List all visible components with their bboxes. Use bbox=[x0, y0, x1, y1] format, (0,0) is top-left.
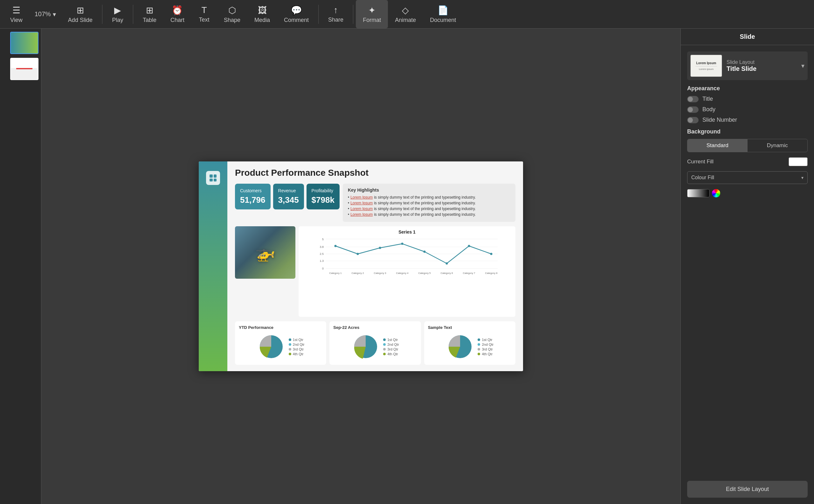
pie-section-ytd: YTD Performance 1st bbox=[235, 321, 326, 365]
pie-chart-row-sample: 1st Qtr 2nd Qtr 3rd Qtr bbox=[446, 332, 494, 361]
bg-standard-button[interactable]: Standard bbox=[688, 139, 748, 152]
comment-button[interactable]: 💬 Comment bbox=[277, 0, 316, 28]
legend-label-1st-sample: 1st Qtr bbox=[482, 338, 492, 342]
view-button[interactable]: ☰ View bbox=[3, 0, 30, 28]
color-picker-row bbox=[687, 189, 808, 197]
legend-label-2nd-sample: 2nd Qtr bbox=[482, 343, 494, 346]
legend-dot-1 bbox=[289, 338, 291, 341]
legend-label-1st-sep22: 1st Qtr bbox=[387, 338, 398, 342]
share-button[interactable]: ↑ Share bbox=[321, 0, 350, 28]
zoom-control[interactable]: 107% ▾ bbox=[30, 10, 61, 18]
legend-dot-sample-2 bbox=[478, 343, 480, 346]
toolbar-separator-4 bbox=[353, 5, 353, 24]
legend-dot-sample-1 bbox=[478, 338, 480, 341]
highlight-link-1: Lorem Ipsum bbox=[350, 195, 373, 200]
pie-chart-row-ytd: 1st Qtr 2nd Qtr 3rd Qtr bbox=[257, 332, 304, 361]
slides-panel: 1 2 bbox=[0, 29, 41, 504]
text-button[interactable]: T Text bbox=[191, 0, 217, 28]
slide-thumb-line-2 bbox=[16, 68, 32, 69]
pie-section-title-ytd: YTD Performance bbox=[239, 325, 273, 330]
legend-dot-sep22-2 bbox=[383, 343, 386, 346]
svg-point-17 bbox=[490, 253, 493, 255]
appearance-item-slide-number: Slide Number bbox=[687, 117, 808, 123]
text-label: Text bbox=[199, 17, 209, 23]
share-icon: ↑ bbox=[333, 5, 338, 15]
edit-slide-layout-button[interactable]: Edit Slide Layout bbox=[687, 481, 808, 498]
svg-point-16 bbox=[468, 245, 470, 247]
add-slide-label: Add Slide bbox=[68, 17, 92, 24]
media-button[interactable]: 🖼 Media bbox=[247, 0, 277, 28]
kpi-label-customers: Customers bbox=[240, 188, 265, 193]
toolbar: ☰ View 107% ▾ ⊞ Add Slide ▶ Play ⊞ Table… bbox=[0, 0, 814, 29]
svg-text:Category 3: Category 3 bbox=[373, 272, 386, 275]
text-icon: T bbox=[201, 5, 207, 15]
appearance-item-body: Body bbox=[687, 106, 808, 113]
slide-thumbnail-2[interactable] bbox=[10, 58, 38, 80]
svg-text:1.3: 1.3 bbox=[319, 259, 324, 262]
svg-text:3.8: 3.8 bbox=[319, 245, 324, 249]
table-label: Table bbox=[143, 17, 156, 24]
slide-thumb-preview-1 bbox=[10, 32, 38, 54]
color-bar[interactable] bbox=[687, 189, 709, 197]
shape-button[interactable]: ⬡ Shape bbox=[217, 0, 247, 28]
legend-label-2nd-sep22: 2nd Qtr bbox=[387, 343, 399, 346]
animate-icon: ◇ bbox=[402, 5, 409, 16]
slide-sidebar-icon bbox=[206, 171, 220, 185]
right-panel: Slide Lorem Ipsum Lorem ipsum Slide Layo… bbox=[681, 29, 814, 504]
chart-button[interactable]: ⏰ Chart bbox=[163, 0, 191, 28]
kpi-value-customers: 51,796 bbox=[240, 195, 265, 205]
add-slide-icon: ⊞ bbox=[77, 5, 84, 16]
layout-thumb: Lorem Ipsum Lorem ipsum bbox=[690, 55, 722, 77]
animate-button[interactable]: ◇ Animate bbox=[388, 0, 423, 28]
legend-label-2nd-ytd: 2nd Qtr bbox=[293, 343, 304, 346]
toggle-body[interactable] bbox=[687, 106, 699, 113]
svg-point-10 bbox=[334, 245, 337, 247]
svg-text:Category 1: Category 1 bbox=[329, 272, 342, 275]
colour-fill-row[interactable]: Colour Fill ▾ bbox=[687, 171, 808, 184]
slide: Product Performance Snapshot Customers 5… bbox=[199, 161, 523, 371]
slide-thumb-bg-2 bbox=[11, 68, 38, 80]
table-button[interactable]: ⊞ Table bbox=[136, 0, 163, 28]
kpi-label-profitability: Profitability bbox=[311, 188, 334, 193]
pie-section-sample: Sample Text 1st Qtr bbox=[424, 321, 516, 365]
svg-text:5: 5 bbox=[322, 238, 324, 241]
svg-text:Category 8: Category 8 bbox=[485, 272, 498, 275]
kpi-row: Customers 51,796 Revenue 3,345 Profitabi… bbox=[235, 184, 339, 222]
bg-dynamic-button[interactable]: Dynamic bbox=[748, 139, 808, 152]
color-wheel-icon[interactable] bbox=[712, 189, 720, 197]
highlight-item-3: Lorem Ipsum is simply dummy text of the … bbox=[348, 207, 510, 211]
appearance-section: Appearance Title Body Slide Number bbox=[687, 85, 808, 123]
background-section: Background Standard Dynamic bbox=[687, 128, 808, 152]
highlight-link-2: Lorem Ipsum bbox=[350, 201, 373, 205]
kpi-card-profitability: Profitability $798k bbox=[306, 184, 339, 209]
highlight-item-4: Lorem Ipsum is simply dummy text of the … bbox=[348, 212, 510, 217]
layout-expand-button[interactable]: ▾ bbox=[801, 62, 804, 70]
legend-dot-2 bbox=[289, 343, 291, 346]
highlight-text-2: is simply dummy text of the printing and… bbox=[374, 201, 476, 205]
svg-point-15 bbox=[446, 262, 448, 265]
document-icon: 📄 bbox=[438, 5, 449, 16]
format-button[interactable]: ✦ Format bbox=[356, 0, 388, 28]
add-slide-button[interactable]: ⊞ Add Slide bbox=[61, 0, 99, 28]
play-button[interactable]: ▶ Play bbox=[105, 0, 130, 28]
toggle-slide-number[interactable] bbox=[687, 117, 699, 123]
pie-legend-sample: 1st Qtr 2nd Qtr 3rd Qtr bbox=[478, 338, 494, 356]
legend-3rd-qtr-sep22: 3rd Qtr bbox=[383, 347, 399, 351]
play-icon: ▶ bbox=[114, 5, 121, 16]
slide-thumbnail-1[interactable] bbox=[10, 32, 38, 54]
pie-chart-row-sep22: 1st Qtr 2nd Qtr 3rd Qtr bbox=[351, 332, 399, 361]
fill-swatch[interactable] bbox=[789, 157, 808, 166]
slide-thumb-preview-2 bbox=[10, 58, 38, 80]
drone-silhouette: 🚁 bbox=[255, 243, 275, 262]
slide-content: Product Performance Snapshot Customers 5… bbox=[227, 161, 523, 371]
legend-1st-qtr-sample: 1st Qtr bbox=[478, 338, 494, 342]
layout-thumb-title: Lorem Ipsum bbox=[696, 61, 716, 65]
highlight-item-2: Lorem Ipsum is simply dummy text of the … bbox=[348, 201, 510, 205]
toggle-title[interactable] bbox=[687, 96, 699, 102]
document-button[interactable]: 📄 Document bbox=[423, 0, 463, 28]
toolbar-separator-3 bbox=[318, 5, 318, 24]
svg-text:Category 2: Category 2 bbox=[351, 272, 364, 275]
slide-layout-section: Lorem Ipsum Lorem ipsum Slide Layout Tit… bbox=[687, 51, 808, 80]
chart-label: Chart bbox=[170, 17, 184, 24]
legend-label-3rd-sample: 3rd Qtr bbox=[482, 347, 493, 351]
